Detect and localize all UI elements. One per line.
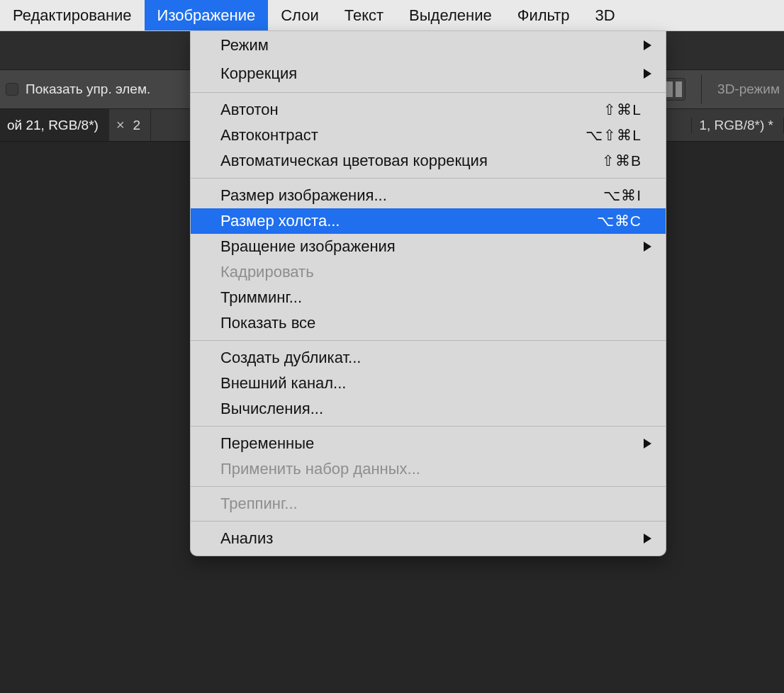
menu-select[interactable]: Выделение — [396, 0, 505, 30]
menu-item-label: Тримминг... — [220, 288, 642, 307]
menu-item-label: Автоконтраст — [220, 126, 586, 145]
mode-3d-label[interactable]: 3D-режим — [717, 81, 784, 97]
show-controls-checkbox[interactable] — [6, 83, 18, 96]
menu-item-label: Размер холста... — [220, 212, 597, 230]
menu-item-label: Создать дубликат... — [220, 349, 642, 367]
menu-item-label: Автотон — [220, 101, 603, 119]
menu-item[interactable]: Анализ — [191, 526, 666, 551]
tab-title-fragment: 1, RGB/8*) * — [699, 118, 773, 133]
menu-text[interactable]: Текст — [332, 0, 396, 30]
menu-separator — [191, 486, 666, 487]
menu-image[interactable]: Изображение — [145, 0, 269, 30]
menu-separator — [191, 426, 666, 427]
chevron-right-icon — [644, 439, 651, 449]
menu-item[interactable]: Автоконтраст⌥⇧⌘L — [191, 123, 666, 148]
menu-item: Применить набор данных... — [191, 456, 666, 482]
menu-item-label: Применить набор данных... — [220, 460, 642, 478]
menu-item[interactable]: Вычисления... — [191, 396, 666, 422]
menu-item[interactable]: Режим — [191, 31, 666, 60]
menu-item[interactable]: Размер холста...⌥⌘C — [191, 208, 666, 234]
menu-item-label: Анализ — [220, 529, 642, 548]
menu-3d[interactable]: 3D — [583, 0, 628, 30]
menu-item[interactable]: Автоматическая цветовая коррекция⇧⌘B — [191, 148, 666, 174]
menu-label: Изображение — [157, 6, 256, 25]
menu-item[interactable]: Тримминг... — [191, 285, 666, 310]
menu-separator — [191, 178, 666, 179]
tab-title-fragment: 2 — [133, 118, 141, 133]
menu-item-label: Коррекция — [220, 64, 642, 83]
chevron-right-icon — [644, 242, 651, 252]
menu-item[interactable]: Коррекция — [191, 60, 666, 88]
menu-label: Фильтр — [517, 6, 570, 25]
menu-separator — [191, 521, 666, 522]
menu-item-label: Вращение изображения — [220, 237, 642, 256]
menu-item[interactable]: Вращение изображения — [191, 234, 666, 259]
menu-item: Треппинг... — [191, 491, 666, 517]
menu-item-label: Внешний канал... — [220, 374, 642, 393]
menu-item: Кадрировать — [191, 259, 666, 285]
chevron-right-icon — [644, 534, 651, 543]
show-controls-label: Показать упр. элем. — [26, 81, 150, 97]
menu-item-label: Вычисления... — [220, 400, 642, 418]
menu-item-label: Кадрировать — [220, 263, 642, 281]
menu-item-label: Размер изображения... — [220, 186, 603, 205]
menu-item[interactable]: Размер изображения...⌥⌘I — [191, 183, 666, 208]
document-tab[interactable]: 1, RGB/8*) * — [691, 118, 784, 133]
close-icon[interactable]: × — [116, 117, 125, 133]
menu-item[interactable]: Внешний канал... — [191, 371, 666, 396]
menu-edit[interactable]: Редактирование — [0, 0, 145, 30]
document-tab[interactable]: ой 21, RGB/8*) — [0, 109, 109, 141]
menubar: Редактирование Изображение Слои Текст Вы… — [0, 0, 784, 31]
menu-item-label: Треппинг... — [220, 495, 642, 513]
menu-layers[interactable]: Слои — [268, 0, 332, 30]
menu-item-label: Режим — [220, 36, 642, 55]
menu-item-shortcut: ⇧⌘B — [602, 152, 642, 169]
menu-label: Слои — [281, 6, 319, 25]
menu-item-label: Автоматическая цветовая коррекция — [220, 152, 602, 170]
menu-item-shortcut: ⇧⌘L — [603, 101, 642, 118]
menu-label: Текст — [345, 6, 383, 25]
menu-item-label: Переменные — [220, 434, 642, 453]
menu-filter[interactable]: Фильтр — [505, 0, 583, 30]
menu-separator — [191, 92, 666, 93]
chevron-right-icon — [644, 69, 651, 79]
tab-title-fragment: ой 21, RGB/8*) — [7, 118, 99, 133]
menu-item[interactable]: Создать дубликат... — [191, 345, 666, 371]
menu-item[interactable]: Показать все — [191, 310, 666, 336]
menu-item-label: Показать все — [220, 314, 642, 332]
image-menu-dropdown: РежимКоррекцияАвтотон⇧⌘LАвтоконтраст⌥⇧⌘L… — [190, 31, 666, 556]
menu-item[interactable]: Автотон⇧⌘L — [191, 97, 666, 123]
menu-separator — [191, 340, 666, 341]
menu-item[interactable]: Переменные — [191, 431, 666, 456]
menu-item-shortcut: ⌥⌘C — [597, 213, 642, 230]
menu-label: Выделение — [409, 6, 492, 25]
separator — [701, 75, 702, 103]
menu-item-shortcut: ⌥⌘I — [603, 187, 642, 204]
document-tab[interactable]: × 2 — [109, 109, 151, 141]
menu-item-shortcut: ⌥⇧⌘L — [586, 127, 642, 144]
menu-label: 3D — [595, 6, 615, 25]
menu-label: Редактирование — [13, 6, 132, 25]
chevron-right-icon — [644, 40, 651, 50]
